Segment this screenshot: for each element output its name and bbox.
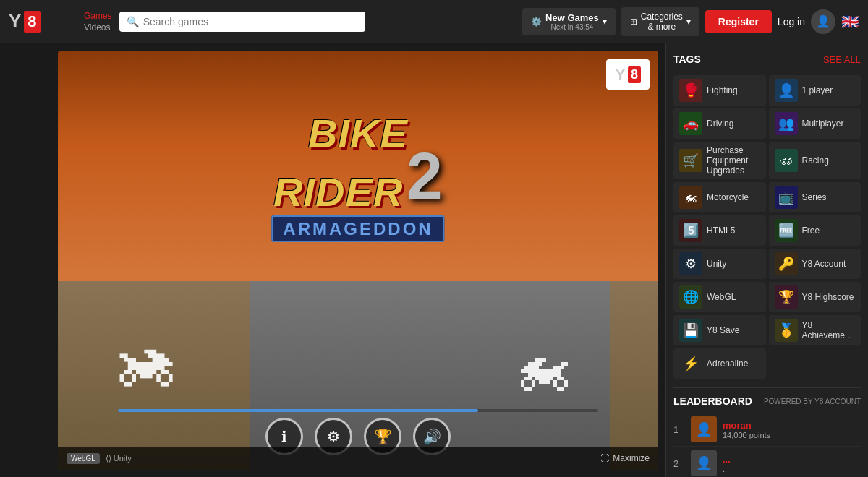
game-background: Y 8 BIKE RIDER 2 ARMAGEDDON — [58, 51, 658, 470]
leaderboard-title: LEADERBOARD — [673, 395, 752, 407]
tag-thumb-multiplayer: 👥 — [775, 112, 798, 135]
tag-thumb-y8highscore: 🏆 — [775, 285, 798, 309]
tag-item-purchase[interactable]: 🛒 Purchase Equipment Upgrades — [673, 142, 766, 179]
lb-avatar-0: 👤 — [691, 416, 717, 442]
lb-avatar-1: 👤 — [691, 450, 717, 476]
tag-label-fighting: Fighting — [707, 85, 738, 95]
nav-games-link[interactable]: Games — [84, 11, 112, 21]
game-title-overlay: BIKE RIDER 2 ARMAGEDDON — [271, 113, 444, 239]
lb-name-0[interactable]: moran — [723, 420, 861, 431]
tag-item-y8save[interactable]: 💾 Y8 Save — [673, 315, 766, 345]
tag-item-series[interactable]: 📺 Series — [769, 182, 861, 212]
tag-thumb-series: 📺 — [775, 186, 798, 209]
tag-thumb-webgl: 🌐 — [679, 285, 702, 309]
game-title-num: 2 — [407, 140, 443, 212]
tag-thumb-driving: 🚗 — [679, 112, 702, 135]
tag-thumb-adrenaline: ⚡ — [679, 352, 702, 375]
tag-item-1player[interactable]: 👤 1 player — [769, 75, 861, 106]
unity-badge: ⟨⟩ Unity — [106, 454, 132, 463]
maximize-button[interactable]: ⛶ Maximize — [600, 453, 650, 463]
new-games-subtitle: Next in 43:54 — [545, 23, 599, 31]
game-title-rider: RIDER — [273, 169, 403, 215]
leaderboard-rows: 1 👤 moran 14,000 points 2 👤 ... ... — [673, 413, 861, 477]
tag-item-unity[interactable]: ⚙ Unity — [673, 249, 766, 279]
search-icon: 🔍 — [127, 16, 139, 27]
leaderboard-row-0: 1 👤 moran 14,000 points — [673, 413, 861, 447]
categories-subtitle: & more — [641, 22, 683, 32]
tag-item-y8account[interactable]: 🔑 Y8 Account — [769, 249, 861, 279]
y8-logo-overlay: Y 8 — [606, 59, 650, 90]
tag-label-unity: Unity — [707, 259, 726, 269]
gear-icon: ⚙️ — [531, 17, 542, 27]
tag-item-fighting[interactable]: 🥊 Fighting — [673, 75, 766, 106]
grid-icon: ⊞ — [630, 17, 637, 27]
sidebar: TAGS SEE ALL 🥊 Fighting 👤 1 player 🚗 Dri… — [665, 43, 868, 477]
tag-thumb-purchase: 🛒 — [679, 149, 702, 172]
tag-label-free: Free — [802, 225, 820, 236]
leaderboard-row-1: 2 👤 ... ... — [673, 447, 861, 477]
lb-points-0: 14,000 points — [723, 431, 861, 439]
lb-points-1: ... — [723, 465, 861, 473]
user-icon-button[interactable]: 👤 — [811, 9, 835, 34]
tag-label-racing: Racing — [802, 155, 829, 166]
powered-by-text: POWERED BY Y8 ACCOUNT — [764, 398, 861, 405]
tag-item-free[interactable]: 🆓 Free — [769, 215, 861, 246]
search-input[interactable] — [143, 16, 358, 27]
tag-item-webgl[interactable]: 🌐 WebGL — [673, 282, 766, 312]
language-flag[interactable]: 🇬🇧 — [841, 13, 859, 30]
tags-header: TAGS SEE ALL — [673, 51, 861, 68]
progress-bar-fill — [118, 409, 478, 412]
tag-item-driving[interactable]: 🚗 Driving — [673, 108, 766, 139]
categories-title: Categories — [641, 12, 683, 22]
lb-info-0: moran 14,000 points — [723, 420, 861, 439]
game-title-armageddon: ARMAGEDDON — [271, 215, 444, 242]
logo-v: Y — [9, 10, 21, 33]
tag-label-motorcycle: Motorcycle — [707, 192, 749, 202]
maximize-icon: ⛶ — [600, 453, 609, 463]
lb-rank-0: 1 — [673, 424, 685, 435]
webgl-badge: WebGL — [67, 453, 100, 464]
lb-name-1[interactable]: ... — [723, 454, 861, 465]
tag-thumb-fighting: 🥊 — [679, 79, 702, 102]
tag-label-y8account: Y8 Account — [802, 259, 846, 269]
tag-label-y8highscore: Y8 Highscore — [802, 292, 854, 302]
tag-item-motorcycle[interactable]: 🏍 Motorcycle — [673, 182, 766, 212]
tag-item-adrenaline[interactable]: ⚡ Adrenaline — [673, 348, 766, 379]
overlay-logo-v: Y — [615, 65, 626, 84]
register-button[interactable]: Register — [705, 10, 772, 33]
tag-item-y8achieve[interactable]: 🥇 Y8 Achieveme... — [769, 315, 861, 345]
tag-label-adrenaline: Adrenaline — [707, 358, 748, 369]
tags-grid: 🥊 Fighting 👤 1 player 🚗 Driving 👥 Multip… — [673, 75, 861, 379]
logo[interactable]: Y 8 — [9, 10, 74, 33]
tag-item-y8highscore[interactable]: 🏆 Y8 Highscore — [769, 282, 861, 312]
tag-label-multiplayer: Multiplayer — [802, 119, 844, 129]
search-bar[interactable]: 🔍 — [119, 12, 365, 32]
main-content: Y 8 BIKE RIDER 2 ARMAGEDDON — [0, 43, 868, 477]
nav-videos-link[interactable]: Videos — [84, 22, 112, 33]
footer-left: WebGL ⟨⟩ Unity — [67, 453, 132, 464]
tag-thumb-unity: ⚙ — [679, 252, 702, 275]
chevron-down-icon: ▾ — [603, 17, 607, 27]
tag-label-1player: 1 player — [802, 85, 833, 95]
login-button[interactable]: Log in — [778, 16, 805, 27]
tag-thumb-motorcycle: 🏍 — [679, 186, 702, 209]
new-games-button[interactable]: ⚙️ New Games Next in 43:54 ▾ — [522, 8, 616, 35]
unity-icon: ⟨⟩ — [106, 454, 111, 463]
header: Y 8 Games Videos 🔍 ⚙️ New Games Next in … — [0, 0, 868, 43]
leaderboard-header: LEADERBOARD POWERED BY Y8 ACCOUNT — [673, 395, 861, 407]
see-all-link[interactable]: SEE ALL — [823, 54, 861, 65]
overlay-logo-8: 8 — [628, 66, 641, 83]
tag-item-html5[interactable]: 5️⃣ HTML5 — [673, 215, 766, 246]
tag-label-y8save: Y8 Save — [707, 325, 739, 335]
tag-thumb-free: 🆓 — [775, 219, 798, 242]
tags-title: TAGS — [673, 53, 701, 65]
leaderboard-section: LEADERBOARD POWERED BY Y8 ACCOUNT 1 👤 mo… — [673, 387, 861, 477]
tag-item-multiplayer[interactable]: 👥 Multiplayer — [769, 108, 861, 139]
motorcycle-left: 🏍 — [116, 323, 181, 398]
categories-button[interactable]: ⊞ Categories & more ▾ — [621, 7, 699, 36]
tag-item-racing[interactable]: 🏎 Racing — [769, 142, 861, 179]
new-games-title: New Games — [545, 12, 599, 23]
tag-label-webgl: WebGL — [707, 292, 736, 302]
game-area: Y 8 BIKE RIDER 2 ARMAGEDDON — [0, 43, 665, 477]
chevron-down-icon-2: ▾ — [686, 17, 691, 27]
